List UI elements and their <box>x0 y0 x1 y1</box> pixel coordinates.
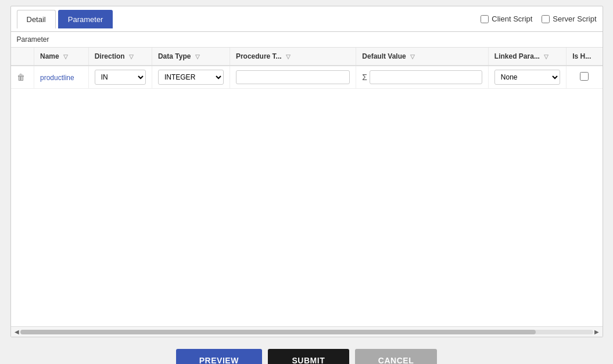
table-row: 🗑productlineINOUTINOUTINTEGERVARCHARBOOL… <box>11 66 603 89</box>
tab-parameter[interactable]: Parameter <box>58 10 113 28</box>
th-procedure-t: Procedure T... ▽ <box>230 48 356 66</box>
delete-icon[interactable]: 🗑 <box>17 73 25 82</box>
tabs-bar: Detail Parameter Client Script Server Sc… <box>11 6 603 32</box>
bottom-bar: PREVIEW SUBMIT CANCEL <box>176 349 437 364</box>
th-default-value: Default Value ▽ <box>356 48 489 66</box>
default-value-filter-icon[interactable]: ▽ <box>410 53 415 60</box>
name-link[interactable]: productline <box>40 74 74 82</box>
client-script-label: Client Script <box>492 15 532 23</box>
cancel-button[interactable]: CANCEL <box>355 349 437 364</box>
scroll-thumb <box>20 330 536 334</box>
th-is-h: Is H... <box>567 48 603 66</box>
submit-button[interactable]: SUBMIT <box>268 349 349 364</box>
is-hidden-checkbox[interactable] <box>580 72 589 81</box>
server-script-label: Server Script <box>553 15 596 23</box>
direction-filter-icon[interactable]: ▽ <box>129 53 134 60</box>
default-value-input[interactable] <box>370 70 482 84</box>
default-value-cell: Σ <box>356 66 489 89</box>
th-direction: Direction ▽ <box>88 48 152 66</box>
data-type-select[interactable]: INTEGERVARCHARBOOLEANDATEFLOAT <box>158 70 224 85</box>
tab-detail[interactable]: Detail <box>17 10 56 28</box>
th-linked-para: Linked Para... ▽ <box>488 48 566 66</box>
scroll-left-arrow[interactable]: ◀ <box>13 329 20 335</box>
scroll-right-arrow[interactable]: ▶ <box>593 329 600 335</box>
data-type-cell: INTEGERVARCHARBOOLEANDATEFLOAT <box>152 66 230 89</box>
table-area: Name ▽ Direction ▽ Data Type ▽ Procedure… <box>11 48 603 326</box>
data-type-filter-icon[interactable]: ▽ <box>195 53 200 60</box>
th-delete <box>11 48 34 66</box>
parameters-table: Name ▽ Direction ▽ Data Type ▽ Procedure… <box>11 48 603 89</box>
direction-cell: INOUTINOUT <box>88 66 152 89</box>
sigma-icon: Σ <box>362 73 367 82</box>
name-cell: productline <box>34 66 89 89</box>
procedure-t-cell <box>230 66 356 89</box>
name-filter-icon[interactable]: ▽ <box>63 53 68 60</box>
procedure-t-filter-icon[interactable]: ▽ <box>286 53 291 60</box>
client-script-group: Client Script <box>481 15 532 23</box>
th-name: Name ▽ <box>34 48 89 66</box>
scroll-track[interactable] <box>20 330 593 334</box>
is-hidden-cell <box>567 66 603 89</box>
linked-para-cell: None <box>488 66 566 89</box>
table-body: 🗑productlineINOUTINOUTINTEGERVARCHARBOOL… <box>11 66 603 89</box>
th-data-type: Data Type ▽ <box>152 48 230 66</box>
preview-button[interactable]: PREVIEW <box>176 349 262 364</box>
client-script-checkbox[interactable] <box>481 15 489 23</box>
server-script-group: Server Script <box>542 15 596 23</box>
tabs-left: Detail Parameter <box>17 10 113 28</box>
delete-cell: 🗑 <box>11 66 34 89</box>
server-script-checkbox[interactable] <box>542 15 550 23</box>
direction-select[interactable]: INOUTINOUT <box>95 70 146 85</box>
main-panel: Detail Parameter Client Script Server Sc… <box>10 6 603 337</box>
linked-para-filter-icon[interactable]: ▽ <box>544 53 549 60</box>
section-label: Parameter <box>11 32 603 48</box>
scrollbar-area: ◀ ▶ <box>11 326 603 337</box>
procedure-t-input[interactable] <box>236 70 350 84</box>
linked-para-select[interactable]: None <box>494 70 560 85</box>
tabs-right: Client Script Server Script <box>481 15 596 23</box>
table-header-row: Name ▽ Direction ▽ Data Type ▽ Procedure… <box>11 48 603 66</box>
